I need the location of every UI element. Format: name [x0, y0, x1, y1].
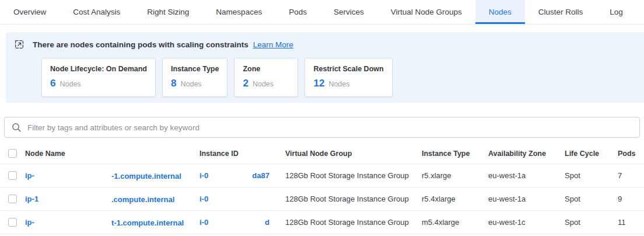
card-title: Instance Type [171, 65, 219, 73]
card-unit: Nodes [253, 80, 274, 88]
virtual-node-group-cell: 128Gb Root Storage Instance Group [285, 218, 422, 227]
row-checkbox[interactable] [8, 218, 17, 227]
tab-cluster-rolls[interactable]: Cluster Rolls [525, 0, 597, 24]
life-cycle-cell: Spot [565, 171, 618, 180]
node-name-link[interactable]: .compute.internal [111, 195, 174, 203]
availability-zone-cell: eu-west-1c [488, 218, 565, 227]
card-zone[interactable]: Zone 2 Nodes [234, 58, 298, 97]
instance-type-cell: r5.4xlarge [422, 195, 488, 203]
pods-cell: 11 [618, 218, 644, 227]
node-name-link[interactable]: -1.compute.internal [111, 171, 181, 180]
tab-overview[interactable]: Overview [0, 0, 60, 24]
availability-zone-cell: eu-west-1a [488, 171, 565, 180]
tab-nodes[interactable]: Nodes [475, 0, 525, 24]
card-instance-type[interactable]: Instance Type 8 Nodes [162, 58, 228, 97]
select-all-checkbox[interactable] [8, 149, 17, 158]
column-header-pods: Pods [618, 150, 644, 158]
learn-more-link[interactable]: Learn More [253, 40, 293, 49]
table-row: ip-1 .compute.internal i-0 128Gb Root St… [0, 188, 644, 211]
banner-header: There are nodes containing pods with sca… [15, 40, 644, 49]
card-title: Restrict Scale Down [313, 65, 383, 73]
card-count: 2 [243, 78, 248, 89]
table-header-row: Node Name Instance ID Virtual Node Group… [0, 143, 644, 164]
card-title: Zone [243, 65, 289, 73]
instance-id-link[interactable]: i-0 [200, 218, 208, 227]
column-header-node-name: Node Name [25, 150, 200, 158]
table-row: ip- t-1.compute.internal i-0 d 128Gb Roo… [0, 211, 644, 234]
card-count: 12 [313, 78, 324, 89]
column-header-instance-id: Instance ID [200, 150, 285, 158]
instance-type-cell: m5.4xlarge [422, 218, 488, 227]
tab-log[interactable]: Log [596, 0, 636, 24]
node-name-link[interactable]: ip- [25, 218, 34, 227]
virtual-node-group-cell: 128Gb Root Storage Instance Group [285, 171, 422, 180]
instance-id-link[interactable]: da87 [252, 171, 270, 180]
instance-id-link[interactable]: i-0 [200, 195, 208, 203]
tab-right-sizing[interactable]: Right Sizing [134, 0, 202, 24]
row-checkbox[interactable] [8, 195, 17, 203]
column-header-instance-type: Instance Type [422, 150, 488, 158]
card-count-row: 6 Nodes [50, 78, 147, 89]
scaling-constraints-banner: There are nodes containing pods with sca… [6, 32, 644, 103]
card-count-row: 2 Nodes [243, 78, 289, 89]
instance-id-link[interactable]: d [265, 218, 270, 227]
node-name-link[interactable]: ip- [25, 171, 34, 180]
search-icon [12, 123, 22, 133]
constraint-cards: Node Lifecycle: On Demand 6 Nodes Instan… [41, 58, 644, 97]
availability-zone-cell: eu-west-1a [488, 195, 565, 203]
column-header-life-cycle: Life Cycle [565, 150, 618, 158]
node-name-link[interactable]: t-1.compute.internal [111, 218, 184, 227]
tab-virtual-node-groups[interactable]: Virtual Node Groups [377, 0, 475, 24]
row-checkbox[interactable] [8, 171, 17, 180]
tab-bar: Overview Cost Analysis Right Sizing Name… [0, 0, 644, 25]
node-name-link[interactable]: ip-1 [25, 195, 38, 203]
column-header-virtual-node-group: Virtual Node Group [285, 150, 422, 158]
virtual-node-group-cell: 128Gb Root Storage Instance Group [285, 195, 422, 203]
tab-cost-analysis[interactable]: Cost Analysis [60, 0, 134, 24]
card-restrict-scale-down[interactable]: Restrict Scale Down 12 Nodes [304, 58, 392, 97]
pods-cell: 7 [618, 171, 644, 180]
life-cycle-cell: Spot [565, 218, 618, 227]
card-unit: Nodes [180, 80, 201, 88]
card-title: Node Lifecycle: On Demand [50, 65, 147, 73]
pods-cell: 9 [618, 195, 644, 203]
card-count-row: 8 Nodes [171, 78, 219, 89]
card-unit: Nodes [328, 80, 349, 88]
scale-constraint-icon [15, 40, 24, 49]
tab-pods[interactable]: Pods [275, 0, 320, 24]
instance-id-link[interactable]: i-0 [200, 171, 208, 180]
instance-type-cell: r5.xlarge [422, 171, 488, 180]
card-count: 8 [171, 78, 176, 89]
nodes-table: Node Name Instance ID Virtual Node Group… [0, 143, 644, 234]
tab-services[interactable]: Services [320, 0, 377, 24]
card-unit: Nodes [60, 80, 80, 88]
life-cycle-cell: Spot [565, 195, 618, 203]
column-header-availability-zone: Availability Zone [488, 150, 565, 158]
banner-message: There are nodes containing pods with sca… [33, 40, 249, 49]
filter-bar [4, 117, 640, 138]
tab-namespaces[interactable]: Namespaces [202, 0, 275, 24]
card-count: 6 [50, 78, 55, 89]
search-input[interactable] [27, 123, 632, 132]
card-count-row: 12 Nodes [313, 78, 383, 89]
card-node-lifecycle[interactable]: Node Lifecycle: On Demand 6 Nodes [41, 58, 156, 97]
table-row: ip- -1.compute.internal i-0 da87 128Gb R… [0, 164, 644, 188]
